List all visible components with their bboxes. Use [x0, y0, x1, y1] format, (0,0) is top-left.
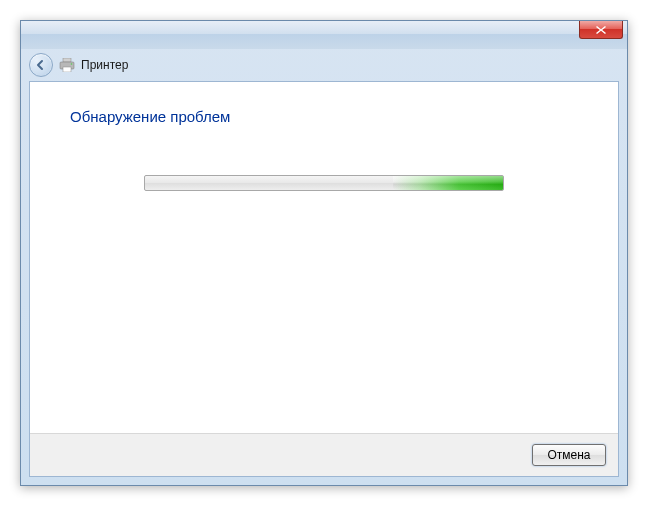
- svg-point-3: [71, 63, 73, 65]
- back-arrow-icon: [35, 59, 47, 71]
- close-icon: [595, 25, 607, 35]
- progress-container: [70, 175, 578, 191]
- svg-rect-2: [63, 67, 71, 72]
- troubleshooter-window: Принтер Обнаружение проблем Отмена: [20, 20, 628, 486]
- printer-icon: [59, 58, 75, 72]
- page-heading: Обнаружение проблем: [70, 108, 578, 125]
- cancel-button[interactable]: Отмена: [532, 444, 606, 466]
- navbar: Принтер: [21, 49, 627, 81]
- titlebar: [21, 21, 627, 49]
- back-button[interactable]: [29, 53, 53, 77]
- progress-fill: [393, 176, 503, 190]
- close-button[interactable]: [579, 21, 623, 39]
- content-area: Обнаружение проблем Отмена: [29, 81, 619, 477]
- progress-bar: [144, 175, 504, 191]
- footer: Отмена: [30, 433, 618, 476]
- svg-rect-0: [63, 58, 71, 62]
- window-title: Принтер: [81, 58, 128, 72]
- main-content: Обнаружение проблем: [30, 82, 618, 433]
